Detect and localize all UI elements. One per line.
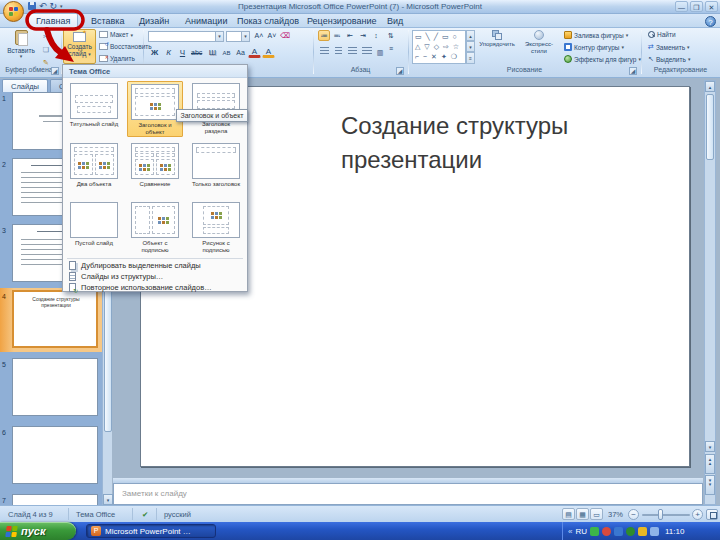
shape-outline-button[interactable]: Контур фигуры▾ bbox=[564, 43, 624, 51]
bold-button[interactable]: Ж bbox=[148, 46, 161, 59]
fit-to-window-icon[interactable] bbox=[706, 509, 718, 520]
justify-button[interactable] bbox=[360, 46, 373, 59]
menu-duplicate-slides[interactable]: Дублировать выделенные слайды bbox=[65, 260, 245, 271]
close-button[interactable]: ✕ bbox=[705, 1, 718, 12]
tab-home[interactable]: Главная bbox=[28, 13, 78, 28]
text-direction-icon[interactable]: ⇅ bbox=[385, 30, 397, 41]
slide-thumbnail-5[interactable] bbox=[12, 358, 98, 416]
grow-font-icon[interactable]: А˄ bbox=[253, 30, 265, 41]
font-color-button[interactable]: А bbox=[248, 46, 261, 58]
character-spacing-button[interactable]: АВ bbox=[220, 46, 233, 59]
italic-button[interactable]: К bbox=[162, 46, 175, 59]
zoom-slider-thumb[interactable] bbox=[658, 509, 663, 520]
slide-thumbnail-4[interactable]: Создание структуры презентации bbox=[12, 290, 98, 348]
language-indicator[interactable]: русский bbox=[164, 510, 191, 519]
slide-sorter-button[interactable]: ▦ bbox=[576, 508, 589, 520]
slide-thumbnail-7[interactable] bbox=[12, 494, 98, 505]
qat-caret-icon[interactable]: ▾ bbox=[60, 3, 63, 9]
tray-clock[interactable]: 11:10 bbox=[665, 527, 684, 536]
text-shadow-button[interactable]: Ш bbox=[206, 46, 219, 59]
shapes-scroll-up-icon[interactable]: ▴ bbox=[466, 30, 475, 41]
layout-title-only[interactable]: Только заголовок bbox=[188, 141, 244, 197]
next-slide-button[interactable]: ▾▾ bbox=[705, 475, 715, 495]
replace-button[interactable]: ⇄ Заменить▾ bbox=[648, 43, 690, 51]
tray-language-indicator[interactable]: RU bbox=[575, 527, 587, 536]
tab-review[interactable]: Рецензирование bbox=[300, 14, 384, 28]
new-slide-button[interactable]: Создать слайд ▾ bbox=[63, 29, 96, 64]
spellcheck-icon[interactable]: ✔ bbox=[142, 510, 148, 519]
layout-blank[interactable]: Пустой слайд bbox=[66, 200, 122, 256]
shape-fill-button[interactable]: Заливка фигуры▾ bbox=[564, 31, 628, 39]
tab-view[interactable]: Вид bbox=[380, 14, 410, 28]
zoom-out-icon[interactable]: − bbox=[628, 509, 639, 520]
tray-icon[interactable] bbox=[614, 527, 623, 536]
highlight-color-button[interactable]: А bbox=[262, 46, 275, 58]
decrease-indent-icon[interactable]: ⇤ bbox=[344, 30, 356, 41]
paragraph-dialog-launcher[interactable]: ◢ bbox=[396, 67, 404, 75]
tab-insert[interactable]: Вставка bbox=[84, 14, 131, 28]
tray-icon[interactable] bbox=[626, 527, 635, 536]
save-icon[interactable] bbox=[28, 2, 36, 10]
shrink-font-icon[interactable]: А˅ bbox=[266, 30, 278, 41]
office-button[interactable] bbox=[3, 1, 24, 22]
tab-slides[interactable]: Слайды bbox=[2, 79, 48, 92]
columns-icon[interactable]: ▥ bbox=[374, 47, 386, 58]
strikethrough-button[interactable]: abc bbox=[190, 46, 203, 59]
zoom-in-icon[interactable]: + bbox=[692, 509, 703, 520]
minimize-button[interactable]: — bbox=[675, 1, 688, 12]
pane-scroll-down-icon[interactable]: ▾ bbox=[103, 494, 113, 505]
find-button[interactable]: Найти bbox=[648, 31, 676, 38]
font-size-combo[interactable]: ▾ bbox=[226, 31, 250, 42]
undo-icon[interactable]: ↶ bbox=[39, 1, 47, 11]
tab-animations[interactable]: Анимации bbox=[178, 14, 234, 28]
font-name-combo[interactable]: ▾ bbox=[148, 31, 224, 42]
normal-view-button[interactable]: ▤ bbox=[562, 508, 575, 520]
scroll-down-icon[interactable]: ▾ bbox=[705, 441, 715, 452]
start-button[interactable]: пуск bbox=[0, 522, 76, 540]
taskbar-powerpoint-button[interactable]: P Microsoft PowerPoint … bbox=[86, 524, 216, 538]
align-left-button[interactable] bbox=[318, 46, 331, 59]
tray-chevron-icon[interactable]: « bbox=[568, 527, 572, 536]
numbering-button[interactable]: ≕ bbox=[331, 30, 343, 41]
paste-button[interactable]: Вставить ▾ bbox=[6, 30, 36, 60]
change-case-button[interactable]: Аа bbox=[234, 46, 247, 59]
tray-icon[interactable] bbox=[638, 527, 647, 536]
shapes-gallery[interactable]: ▭ ╲ ╱ ▭ ○ △ ▽ ◇ ⇨ ☆ ⌐ ~ ✕ ✦ ❍ bbox=[412, 30, 466, 64]
underline-button[interactable]: Ч bbox=[176, 46, 189, 59]
main-scrollbar[interactable]: ▴ ▾ ▴▴ ▾▾ bbox=[704, 80, 716, 505]
tray-icon[interactable] bbox=[650, 527, 659, 536]
bullets-button[interactable]: ≔ bbox=[318, 30, 330, 41]
quick-styles-button[interactable]: Экспресс-стили bbox=[518, 30, 560, 55]
delete-button[interactable]: Удалить bbox=[99, 55, 135, 62]
slideshow-button[interactable]: ▭ bbox=[590, 508, 603, 520]
reset-button[interactable]: Восстановить bbox=[99, 43, 152, 50]
shape-effects-button[interactable]: Эффекты для фигур▾ bbox=[564, 55, 641, 63]
layout-two-content[interactable]: Два объекта bbox=[66, 141, 122, 197]
layout-title-slide[interactable]: Титульный слайд bbox=[66, 81, 122, 137]
scroll-up-icon[interactable]: ▴ bbox=[705, 81, 715, 92]
slide-title-text[interactable]: Создание структуры презентации bbox=[341, 109, 568, 177]
shapes-more-icon[interactable]: ≡ bbox=[466, 52, 475, 64]
arrange-button[interactable]: Упорядочить bbox=[477, 30, 517, 48]
previous-slide-button[interactable]: ▴▴ bbox=[705, 454, 715, 474]
menu-reuse-slides[interactable]: Повторное использование слайдов… bbox=[65, 282, 245, 293]
layout-picture-with-caption[interactable]: Рисунок с подписью bbox=[188, 200, 244, 256]
layout-comparison[interactable]: Сравнение bbox=[127, 141, 183, 197]
layout-title-and-content[interactable]: Заголовок и объект bbox=[127, 81, 183, 137]
increase-indent-icon[interactable]: ⇥ bbox=[357, 30, 369, 41]
tab-design[interactable]: Дизайн bbox=[132, 14, 176, 28]
scroll-thumb[interactable] bbox=[706, 94, 714, 160]
zoom-slider-track[interactable] bbox=[642, 514, 690, 516]
slide-thumbnail-6[interactable] bbox=[12, 426, 98, 484]
notes-pane[interactable]: Заметки к слайду bbox=[113, 483, 703, 505]
clear-formatting-icon[interactable]: ⌫ bbox=[279, 30, 291, 41]
copy-icon[interactable]: ❏ bbox=[40, 44, 52, 55]
drawing-dialog-launcher[interactable]: ◢ bbox=[629, 67, 637, 75]
maximize-button[interactable]: ❐ bbox=[690, 1, 703, 12]
redo-icon[interactable]: ↻ bbox=[50, 1, 58, 11]
tray-icon[interactable] bbox=[602, 527, 611, 536]
align-text-icon[interactable]: ≡ bbox=[385, 43, 397, 54]
menu-slides-from-outline[interactable]: Слайды из структуры… bbox=[65, 271, 245, 282]
shapes-scroll-down-icon[interactable]: ▾ bbox=[466, 41, 475, 52]
tray-icon[interactable] bbox=[590, 527, 599, 536]
